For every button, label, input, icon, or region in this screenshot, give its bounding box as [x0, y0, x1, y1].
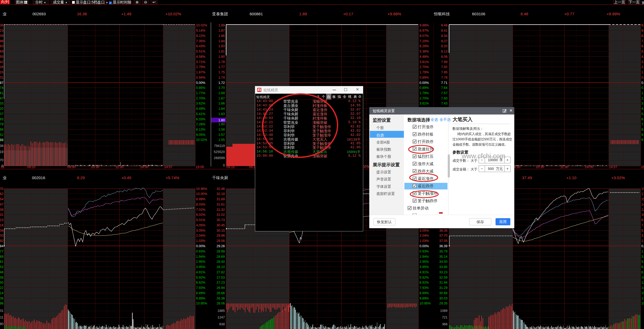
- svg-text:29.26: 29.26: [217, 244, 225, 248]
- svg-text:4.05%: 4.05%: [196, 223, 205, 227]
- svg-text:15: 15: [641, 197, 644, 201]
- svg-text:8.03%: 8.03%: [196, 203, 205, 206]
- svg-text:7.: 7.: [641, 122, 644, 126]
- svg-text:10.95%: 10.95%: [419, 302, 431, 305]
- svg-text:1.57: 1.57: [218, 133, 225, 137]
- svg-text:28: 28: [0, 65, 3, 69]
- svg-text:0.85%: 0.85%: [196, 86, 205, 90]
- svg-text:9.05%: 9.05%: [196, 133, 205, 137]
- svg-text:12: 12: [641, 281, 644, 284]
- svg-text:87: 87: [0, 81, 3, 85]
- svg-text:2.04%: 2.04%: [196, 234, 205, 237]
- svg-text:3.62%: 3.62%: [196, 102, 205, 105]
- svg-text:5.: 5.: [641, 260, 644, 264]
- svg-text:2.: 2.: [641, 65, 644, 69]
- svg-text:525520: 525520: [214, 150, 225, 154]
- svg-text:0: 0: [223, 164, 225, 167]
- svg-text:1089: 1089: [440, 309, 447, 313]
- svg-text:9.89%: 9.89%: [196, 297, 205, 300]
- svg-text:1.77%: 1.77%: [196, 91, 205, 95]
- svg-text:70: 70: [0, 187, 3, 191]
- svg-text:92: 92: [0, 239, 3, 243]
- svg-text:+0.17: +0.17: [343, 12, 353, 16]
- svg-text:5.: 5.: [641, 229, 644, 232]
- svg-text:36.39: 36.39: [439, 244, 447, 248]
- svg-text:5.41%: 5.41%: [196, 112, 205, 116]
- svg-text:2.95%: 2.95%: [419, 260, 429, 264]
- svg-text:0.93%: 0.93%: [196, 250, 205, 253]
- svg-text:6.29%: 6.29%: [419, 44, 429, 48]
- svg-text:2.95%: 2.95%: [196, 260, 205, 264]
- svg-text:8.89%: 8.89%: [419, 291, 429, 295]
- svg-text:8.: 8.: [641, 270, 644, 274]
- svg-text:1.79%: 1.79%: [419, 91, 429, 95]
- svg-text:61: 61: [0, 260, 3, 264]
- svg-text:1.78: 1.78: [218, 60, 225, 64]
- svg-text:亚泰集团: 亚泰集团: [212, 12, 228, 16]
- svg-text:5.51%: 5.51%: [196, 50, 205, 53]
- svg-text:90: 90: [0, 322, 3, 326]
- svg-text:1.79%: 1.79%: [419, 70, 429, 74]
- svg-text:1.03%: 1.03%: [419, 239, 429, 243]
- svg-text:30.73: 30.73: [217, 218, 225, 222]
- svg-text:10.02%: 10.02%: [196, 23, 207, 27]
- svg-text:千味央厨: 千味央厨: [212, 175, 228, 180]
- svg-text:+9.88%: +9.88%: [388, 12, 401, 16]
- svg-text:0.: 0.: [641, 76, 644, 79]
- svg-text:33.23: 33.23: [439, 270, 447, 274]
- svg-text:1.60: 1.60: [218, 118, 225, 122]
- svg-text:54: 54: [0, 197, 3, 201]
- svg-text:7.99: 7.99: [441, 60, 447, 64]
- svg-text:2.70%: 2.70%: [419, 97, 429, 100]
- svg-text:9.89%: 9.89%: [419, 297, 429, 300]
- svg-text:4.91%: 4.91%: [196, 270, 205, 274]
- svg-text:3.71%: 3.71%: [196, 60, 205, 64]
- svg-text:19: 19: [641, 302, 644, 305]
- svg-text:01: 01: [0, 309, 3, 313]
- svg-text:1.72: 1.72: [218, 81, 225, 85]
- svg-text:1.87: 1.87: [218, 29, 225, 32]
- svg-text:6.02%: 6.02%: [196, 213, 205, 217]
- svg-text:31: 31: [0, 213, 3, 217]
- svg-text:96: 96: [0, 39, 3, 43]
- svg-text:6.43%: 6.43%: [196, 44, 205, 48]
- svg-text:1.84: 1.84: [218, 39, 225, 43]
- svg-text:10: 10: [641, 213, 644, 217]
- svg-text:77: 77: [0, 250, 3, 253]
- svg-text:9.: 9.: [641, 133, 644, 137]
- svg-text:38: 38: [0, 276, 3, 279]
- svg-text:2.: 2.: [641, 97, 644, 100]
- svg-text:002016: 002016: [32, 175, 45, 180]
- svg-text:23: 23: [0, 29, 3, 32]
- svg-text:06: 06: [0, 297, 3, 300]
- svg-text:7.57: 7.57: [441, 91, 447, 95]
- svg-text:+9.99%: +9.99%: [606, 12, 620, 16]
- svg-text:30.68: 30.68: [439, 291, 447, 295]
- svg-text:368: 368: [442, 322, 447, 326]
- svg-text:1.74: 1.74: [218, 76, 225, 79]
- svg-text:93: 93: [0, 117, 3, 121]
- svg-text:15:00: 15:00: [196, 165, 204, 169]
- svg-text:+1.49: +1.49: [121, 12, 131, 16]
- svg-text:002693: 002693: [32, 12, 46, 16]
- svg-text:3.95%: 3.95%: [419, 265, 429, 269]
- svg-text:30.15: 30.15: [217, 229, 225, 232]
- svg-text:业: 业: [3, 12, 7, 16]
- svg-text:17: 17: [641, 192, 644, 196]
- svg-text:15: 15: [641, 291, 644, 295]
- svg-text:8.22%: 8.22%: [196, 34, 205, 38]
- svg-text:7.85: 7.85: [441, 70, 447, 74]
- svg-text:70: 70: [0, 158, 3, 162]
- svg-text:1.: 1.: [641, 239, 644, 243]
- svg-text:8.34: 8.34: [441, 34, 447, 38]
- svg-text:3.: 3.: [641, 60, 644, 64]
- svg-text:3.: 3.: [641, 255, 644, 259]
- svg-text:8.27: 8.27: [441, 39, 447, 43]
- svg-text:3.: 3.: [641, 102, 644, 105]
- svg-text:26.06: 26.06: [217, 302, 225, 305]
- svg-text:1.: 1.: [641, 70, 644, 74]
- svg-text:7.26%: 7.26%: [196, 122, 205, 126]
- svg-text:16: 16: [0, 223, 3, 227]
- svg-text:29.86: 29.86: [217, 234, 225, 237]
- svg-text:07: 07: [0, 112, 3, 116]
